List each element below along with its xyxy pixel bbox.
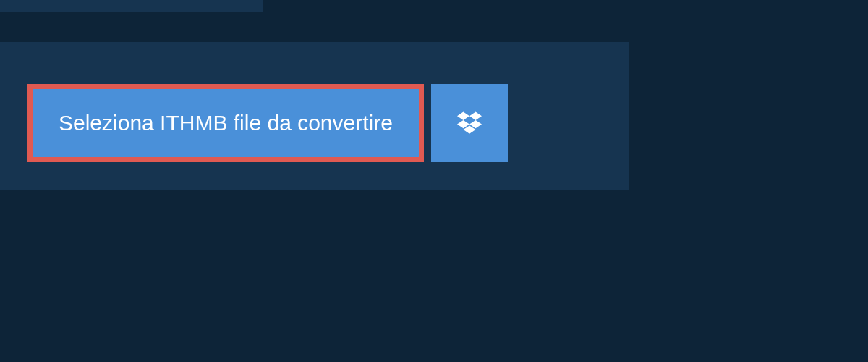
converter-panel: Seleziona ITHMB file da convertire: [0, 42, 629, 190]
dropbox-icon: [457, 109, 482, 137]
spacer: [0, 42, 629, 64]
upload-button-row: Seleziona ITHMB file da convertire: [0, 84, 629, 162]
tab-converter[interactable]: Converti ithmb in zip: [0, 0, 263, 12]
select-file-button[interactable]: Seleziona ITHMB file da convertire: [27, 84, 424, 162]
dropbox-upload-button[interactable]: [431, 84, 508, 162]
select-file-label: Seleziona ITHMB file da convertire: [59, 111, 393, 135]
